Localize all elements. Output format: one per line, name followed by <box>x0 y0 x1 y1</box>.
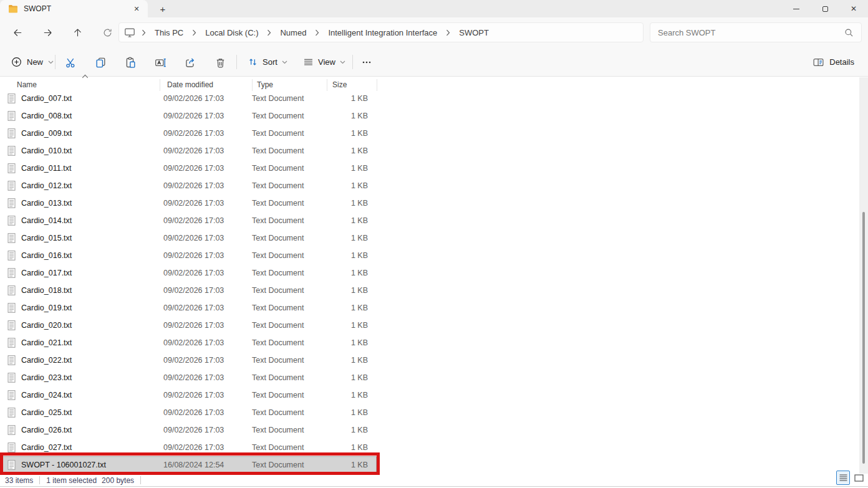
toolbar-divider <box>55 55 55 69</box>
breadcrumb-this-pc[interactable]: This PC <box>152 27 186 39</box>
file-size: 1 KB <box>327 129 377 138</box>
file-type: Text Document <box>252 426 327 434</box>
file-type: Text Document <box>252 461 327 469</box>
file-name: Cardio_012.txt <box>21 181 72 190</box>
file-list: Cardio_007.txt 09/02/2026 17:03 Text Doc… <box>0 90 380 474</box>
file-row[interactable]: SWOPT - 106001027.txt 16/08/2024 12:54 T… <box>0 456 377 474</box>
delete-button[interactable] <box>209 51 231 74</box>
text-file-icon <box>7 285 16 295</box>
new-tab-button[interactable]: + <box>155 2 170 16</box>
search-box[interactable]: Search SWOPT <box>650 22 862 42</box>
icons-view-toggle[interactable] <box>852 471 866 485</box>
vertical-scrollbar[interactable] <box>859 77 868 474</box>
share-button[interactable] <box>179 51 201 74</box>
file-row[interactable]: Cardio_023.txt 09/02/2026 17:03 Text Doc… <box>0 369 377 386</box>
file-modified: 09/02/2026 17:03 <box>163 321 252 330</box>
file-name: Cardio_010.txt <box>21 146 72 155</box>
tab-title: SWOPT <box>24 4 130 13</box>
file-name: Cardio_026.txt <box>21 426 72 434</box>
chevron-down-icon <box>282 60 287 64</box>
scrollbar-thumb[interactable] <box>862 212 865 464</box>
file-type: Text Document <box>252 112 327 120</box>
column-header-type[interactable]: Type <box>257 80 273 89</box>
column-header-size[interactable]: Size <box>332 80 347 89</box>
address-bar[interactable]: This PC Local Disk (C:) Numed Intelligen… <box>118 22 644 42</box>
file-row[interactable]: Cardio_007.txt 09/02/2026 17:03 Text Doc… <box>0 90 377 107</box>
copy-icon <box>95 57 107 69</box>
text-file-icon <box>7 355 16 365</box>
maximize-button[interactable] <box>811 0 839 17</box>
column-header-date-modified[interactable]: Date modified <box>167 80 213 89</box>
tab-close-icon[interactable]: ✕ <box>130 2 143 15</box>
more-options-button[interactable] <box>355 51 378 74</box>
file-row[interactable]: Cardio_022.txt 09/02/2026 17:03 Text Doc… <box>0 352 377 369</box>
file-row[interactable]: Cardio_019.txt 09/02/2026 17:03 Text Doc… <box>0 299 377 317</box>
file-row[interactable]: Cardio_011.txt 09/02/2026 17:03 Text Doc… <box>0 160 377 177</box>
back-button[interactable] <box>7 22 27 42</box>
file-size: 1 KB <box>327 391 377 399</box>
file-type: Text Document <box>252 234 327 242</box>
file-type: Text Document <box>252 164 327 173</box>
details-view-toggle[interactable] <box>836 471 850 485</box>
file-type: Text Document <box>252 181 327 190</box>
breadcrumb-intelligent-integration-interface[interactable]: Intelligent Integration Interface <box>326 27 440 39</box>
close-button[interactable]: ✕ <box>839 0 868 17</box>
text-file-icon <box>7 320 16 330</box>
this-pc-icon[interactable] <box>124 27 135 38</box>
breadcrumb-local-disk[interactable]: Local Disk (C:) <box>203 27 261 39</box>
up-button[interactable] <box>67 22 87 42</box>
file-row[interactable]: Cardio_024.txt 09/02/2026 17:03 Text Doc… <box>0 386 377 404</box>
copy-button[interactable] <box>89 51 112 74</box>
text-file-icon <box>7 111 16 121</box>
text-file-icon <box>7 181 16 191</box>
forward-icon <box>42 27 53 38</box>
view-button[interactable]: View <box>297 52 351 72</box>
breadcrumb-numed[interactable]: Numed <box>277 27 309 39</box>
file-row[interactable]: Cardio_018.txt 09/02/2026 17:03 Text Doc… <box>0 282 377 299</box>
file-row[interactable]: Cardio_013.txt 09/02/2026 17:03 Text Doc… <box>0 194 377 212</box>
file-modified: 09/02/2026 17:03 <box>163 251 252 260</box>
file-modified: 09/02/2026 17:03 <box>163 94 252 103</box>
cut-button[interactable] <box>59 51 82 74</box>
file-row[interactable]: Cardio_020.txt 09/02/2026 17:03 Text Doc… <box>0 317 377 334</box>
refresh-icon <box>102 27 113 38</box>
file-type: Text Document <box>252 304 327 312</box>
file-name: Cardio_023.txt <box>21 373 72 382</box>
column-header-name[interactable]: Name <box>17 80 37 89</box>
details-pane-button[interactable]: Details <box>808 52 859 72</box>
file-row[interactable]: Cardio_021.txt 09/02/2026 17:03 Text Doc… <box>0 334 377 352</box>
toolbar-divider <box>352 55 353 69</box>
text-file-icon <box>7 408 16 418</box>
rename-button[interactable] <box>149 51 171 74</box>
up-icon <box>72 27 83 38</box>
minimize-button[interactable] <box>782 0 811 17</box>
refresh-button[interactable] <box>97 22 117 42</box>
navigation-bar: This PC Local Disk (C:) Numed Intelligen… <box>0 17 868 47</box>
file-row[interactable]: Cardio_008.txt 09/02/2026 17:03 Text Doc… <box>0 107 377 125</box>
file-row[interactable]: Cardio_009.txt 09/02/2026 17:03 Text Doc… <box>0 125 377 142</box>
file-row[interactable]: Cardio_014.txt 09/02/2026 17:03 Text Doc… <box>0 212 377 229</box>
file-type: Text Document <box>252 94 327 103</box>
file-size: 1 KB <box>327 234 377 242</box>
file-row[interactable]: Cardio_026.txt 09/02/2026 17:03 Text Doc… <box>0 421 377 439</box>
breadcrumb-chevron <box>446 29 450 36</box>
text-file-icon <box>7 128 16 138</box>
breadcrumb-chevron <box>192 29 196 36</box>
sort-button[interactable]: Sort <box>242 52 293 72</box>
forward-button[interactable] <box>37 22 57 42</box>
new-button[interactable]: New <box>5 52 60 72</box>
file-row[interactable]: Cardio_017.txt 09/02/2026 17:03 Text Doc… <box>0 264 377 282</box>
file-name: Cardio_019.txt <box>21 304 72 312</box>
paste-button[interactable] <box>119 51 142 74</box>
file-row[interactable]: Cardio_027.txt 09/02/2026 17:03 Text Doc… <box>0 439 377 456</box>
breadcrumb-swopt[interactable]: SWOPT <box>456 27 491 39</box>
explorer-tab[interactable]: SWOPT ✕ <box>0 0 148 17</box>
file-row[interactable]: Cardio_016.txt 09/02/2026 17:03 Text Doc… <box>0 247 377 264</box>
file-type: Text Document <box>252 321 327 330</box>
file-row[interactable]: Cardio_010.txt 09/02/2026 17:03 Text Doc… <box>0 142 377 160</box>
file-type: Text Document <box>252 356 327 365</box>
file-row[interactable]: Cardio_012.txt 09/02/2026 17:03 Text Doc… <box>0 177 377 194</box>
file-row[interactable]: Cardio_015.txt 09/02/2026 17:03 Text Doc… <box>0 229 377 247</box>
file-row[interactable]: Cardio_025.txt 09/02/2026 17:03 Text Doc… <box>0 404 377 421</box>
search-icon[interactable] <box>844 28 854 37</box>
